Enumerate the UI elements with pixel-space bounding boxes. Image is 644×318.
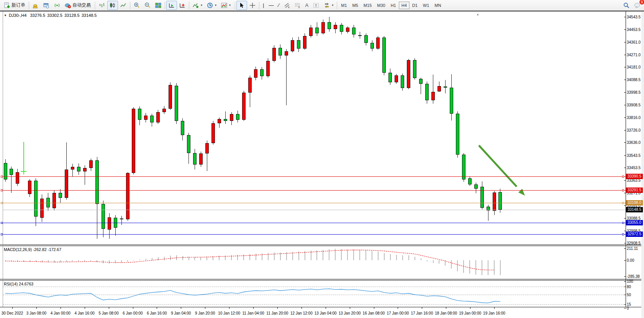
- tile-windows-button[interactable]: [153, 1, 164, 10]
- text-button[interactable]: A: [303, 1, 311, 10]
- price-line-badge: 32972.5: [626, 232, 643, 237]
- price-line-resistance[interactable]: [3, 190, 626, 191]
- time-axis-tick: [302, 307, 302, 309]
- time-axis-label: 6 Jan 16:00: [147, 311, 167, 315]
- time-axis-tick: [277, 307, 278, 309]
- price-line-badge: 33291.5: [626, 188, 643, 193]
- search-button[interactable]: [621, 1, 632, 10]
- time-axis-label: 17 Jan 16:00: [411, 311, 433, 315]
- notification-badge: 1: [639, 0, 644, 5]
- service-group: 自动交易: [30, 0, 93, 10]
- line-handle[interactable]: [1, 202, 3, 204]
- price-axis-label: 33543.5: [627, 153, 641, 157]
- auto-trading-label: 自动交易: [72, 2, 91, 8]
- navigator-button[interactable]: [41, 1, 52, 10]
- line-chart-button[interactable]: [118, 1, 129, 10]
- timeframe-button-mn[interactable]: MN: [432, 2, 444, 9]
- toolbar-drag-handle[interactable]: [94, 2, 96, 9]
- line-handle[interactable]: [1, 222, 3, 224]
- cursor-button[interactable]: [236, 1, 247, 10]
- zoom-in-button[interactable]: [131, 1, 142, 10]
- shapes-button[interactable]: ▾: [321, 1, 336, 10]
- time-axis-label: 19 Jan 00:00: [459, 311, 481, 315]
- fibonacci-button[interactable]: F: [292, 1, 303, 10]
- timeframe-button-m1[interactable]: M1: [338, 2, 349, 9]
- zoom-out-button[interactable]: [142, 1, 153, 10]
- horizontal-line-button[interactable]: —: [266, 1, 276, 10]
- time-axis-label: 6 Jan 00:00: [123, 311, 143, 315]
- rsi-axis-label: 100: [627, 279, 641, 284]
- bar-chart-icon: [99, 2, 105, 8]
- vertical-line-button[interactable]: |: [261, 1, 266, 10]
- price-axis-label: 34271.0: [627, 52, 641, 57]
- equidistant-channel-button[interactable]: E: [282, 1, 292, 10]
- indicators-button[interactable]: ▾: [190, 1, 205, 10]
- line-handle[interactable]: [1, 233, 3, 235]
- chart-shift-button[interactable]: [177, 1, 188, 10]
- price-line-support[interactable]: [3, 223, 626, 223]
- time-axis-tick: [109, 307, 109, 309]
- timeframe-button-h1[interactable]: H1: [388, 2, 399, 9]
- svg-text:T: T: [315, 3, 317, 7]
- candlestick-chart-icon: [110, 2, 116, 8]
- periods-button[interactable]: ▾: [205, 1, 219, 10]
- navigator-icon: [43, 2, 49, 8]
- time-axis-label: 13 Jan 04:00: [315, 311, 337, 315]
- time-axis-label: 10 Jan 12:00: [218, 311, 240, 315]
- time-axis-tick: [350, 307, 350, 309]
- text-label-icon: T: [313, 2, 319, 8]
- new-order-button[interactable]: 新订单: [2, 1, 28, 10]
- auto-scroll-button[interactable]: [166, 1, 177, 10]
- timeframe-button-d1[interactable]: D1: [410, 2, 420, 9]
- timeframe-button-m15[interactable]: M15: [361, 2, 374, 9]
- time-axis-tick: [12, 307, 13, 309]
- time-axis-label: 16 Jan 08:00: [363, 311, 385, 315]
- rsi-axis-label: 80: [627, 285, 641, 289]
- time-axis-label: 3 Jan 08:00: [26, 311, 46, 315]
- time-axis-tick: [446, 307, 446, 309]
- fibonacci-icon: F: [295, 2, 301, 8]
- line-handle[interactable]: [622, 176, 624, 178]
- rsi-axis-label: 0: [627, 306, 641, 310]
- price-axis-label: 34088.5: [627, 78, 641, 82]
- right-edge-strip: [641, 11, 644, 318]
- timeframe-button-h4[interactable]: H4: [399, 2, 410, 9]
- price-line-support[interactable]: [3, 234, 626, 235]
- line-handle[interactable]: [622, 202, 624, 204]
- timeframe-button-w1[interactable]: W1: [420, 2, 432, 9]
- price-axis-label: 33726.0: [627, 128, 641, 132]
- signal-icon: [54, 2, 60, 8]
- new-order-icon: [4, 2, 10, 8]
- text-label-button[interactable]: T: [311, 1, 321, 10]
- current-price-badge: 33148.5: [626, 207, 643, 212]
- line-handle[interactable]: [622, 189, 624, 191]
- line-handle[interactable]: [622, 233, 624, 235]
- market-watch-button[interactable]: [30, 1, 41, 10]
- line-handle[interactable]: [622, 222, 624, 224]
- trendline-button[interactable]: ∕: [276, 1, 281, 10]
- line-handle[interactable]: [1, 189, 3, 191]
- timeframe-button-m5[interactable]: M5: [350, 2, 361, 9]
- line-handle[interactable]: [1, 176, 3, 178]
- candlestick-chart-button[interactable]: [107, 1, 118, 10]
- bar-chart-button[interactable]: [97, 1, 107, 10]
- toolbar-drag-handle[interactable]: [234, 2, 236, 9]
- time-axis-label: 12 Jan 12:00: [290, 311, 313, 315]
- dropdown-arrow-icon: ▾: [215, 3, 216, 7]
- price-axis-label: 33908.5: [627, 103, 641, 107]
- order-group: 新订单: [2, 0, 28, 10]
- templates-button[interactable]: ▾: [219, 1, 233, 10]
- auto-scroll-icon: [169, 2, 175, 8]
- signals-button[interactable]: [52, 1, 62, 10]
- chart-window[interactable]: ▼ DJ30-,H4 33276.5 33302.5 33128.5 33148…: [0, 11, 644, 318]
- auto-trading-button[interactable]: 自动交易: [62, 1, 93, 10]
- notifications-button[interactable]: 1: [632, 1, 642, 10]
- dropdown-arrow-icon: ▾: [201, 3, 202, 7]
- crosshair-button[interactable]: [247, 1, 258, 10]
- time-axis-label: 17 Jan 00:00: [387, 311, 409, 315]
- timeframe-button-m30[interactable]: M30: [374, 2, 388, 9]
- price-axis-label: 33998.5: [627, 90, 641, 95]
- time-axis-label: 30 Dec 2022: [2, 311, 23, 315]
- price-line-resistance[interactable]: [3, 176, 626, 177]
- price-line-level[interactable]: [3, 203, 626, 203]
